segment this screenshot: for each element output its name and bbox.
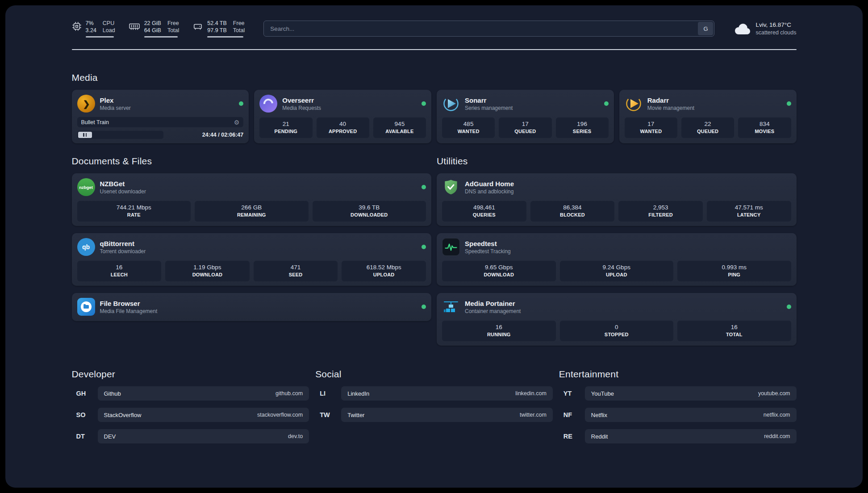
stat-box: 1.19 Gbps DOWNLOAD: [165, 261, 250, 281]
bookmark-row: RE Reddit reddit.com: [559, 429, 797, 443]
bookmark-twitter[interactable]: Twitter twitter.com: [341, 408, 553, 422]
stat-box: 40 APPROVED: [317, 117, 369, 138]
stat-box: 9.65 Gbps DOWNLOAD: [442, 261, 556, 281]
app-subtitle: Movie management: [647, 104, 694, 112]
app-card-speedtest[interactable]: Speedtest Speedtest Tracking 9.65 Gbps D…: [437, 233, 797, 286]
player-progress-bar[interactable]: [77, 131, 164, 139]
memory-usage-bar: [144, 36, 178, 38]
app-card-portainer[interactable]: Media Portainer Container management 16 …: [437, 293, 797, 346]
stat-box: 17 WANTED: [625, 117, 677, 138]
app-card-qbittorrent[interactable]: qb qBittorrent Torrent downloader 16 LEE…: [72, 233, 432, 286]
memory-total-value: 64 GiB: [144, 27, 161, 34]
bookmark-name: YouTube: [591, 390, 614, 397]
stat-box: 17 QUEUED: [499, 117, 551, 138]
now-playing-title: Bullet Train: [81, 119, 109, 125]
bookmark-youtube[interactable]: YouTube youtube.com: [585, 386, 797, 401]
stat-label: UPLOAD: [562, 272, 672, 278]
bookmark-row: YT YouTube youtube.com: [559, 386, 797, 401]
qbittorrent-icon: qb: [77, 238, 95, 256]
stat-box: 0.993 ms PING: [677, 261, 791, 281]
stat-value: 471: [255, 263, 336, 272]
topbar-divider: [72, 49, 797, 50]
stat-value: 945: [375, 120, 424, 128]
cpu-load-value: 3.24: [86, 27, 96, 34]
stat-value: 21: [261, 120, 310, 128]
bookmark-name: Github: [104, 390, 121, 397]
sonarr-icon: [442, 95, 460, 113]
status-dot: [787, 101, 791, 106]
stat-box: 16 RUNNING: [442, 321, 556, 341]
stat-label: WANTED: [444, 128, 493, 135]
status-dot: [787, 305, 791, 309]
stat-value: 498,461: [444, 204, 525, 212]
section-media: Media ❯ Plex Media server Bullet Train ⚙: [72, 72, 797, 143]
stat-value: 9.65 Gbps: [444, 263, 554, 272]
stat-value: 2,953: [620, 204, 701, 212]
app-card-filebrowser[interactable]: File Browser Media File Management: [72, 293, 432, 321]
adguard-icon: [442, 178, 460, 196]
app-card-adguard[interactable]: AdGuard Home DNS and adblocking 498,461 …: [437, 173, 797, 226]
stat-label: PENDING: [261, 128, 310, 135]
section-title-media: Media: [72, 72, 797, 83]
stat-box: 485 WANTED: [442, 117, 495, 138]
search-engine-button[interactable]: G: [698, 22, 713, 35]
section-utilities: Utilities: [437, 156, 797, 346]
memory-free-label: Free: [167, 20, 179, 27]
bookmark-group-entertainment: Entertainment YT YouTube youtube.com NF …: [559, 369, 797, 443]
bookmark-dev[interactable]: DEV dev.to: [98, 429, 309, 443]
pause-button[interactable]: [78, 132, 92, 138]
stat-label: RUNNING: [444, 331, 554, 338]
search-input[interactable]: [263, 21, 714, 37]
app-card-overseerr[interactable]: Overseerr Media Requests 21 PENDING 40 A…: [254, 90, 431, 143]
app-card-nzbget[interactable]: nzbget NZBGet Usenet downloader 744.21 M…: [72, 173, 432, 226]
bookmark-abbr: NF: [559, 411, 585, 418]
radarr-icon: [625, 95, 643, 113]
stat-box: 498,461 QUERIES: [442, 201, 526, 221]
bookmark-name: StackOverflow: [104, 412, 142, 418]
speedtest-icon: [442, 238, 460, 256]
bookmark-url: github.com: [275, 390, 303, 397]
stat-value: 9.24 Gbps: [562, 263, 672, 272]
dashboard-panel: 7% 3.24 CPU Load 22 GiB: [5, 5, 863, 488]
bookmark-github[interactable]: Github github.com: [98, 386, 309, 401]
stat-box: 16 TOTAL: [677, 321, 791, 341]
stat-box: 9.24 Gbps UPLOAD: [560, 261, 674, 281]
app-name: Radarr: [647, 96, 694, 104]
stat-value: 47.571 ms: [709, 204, 789, 212]
now-playing-bar: Bullet Train ⚙: [77, 117, 244, 127]
app-card-plex[interactable]: ❯ Plex Media server Bullet Train ⚙ 24:44…: [72, 90, 249, 143]
stat-value: 17: [626, 120, 676, 128]
gear-icon[interactable]: ⚙: [234, 119, 240, 126]
cpu-usage-bar: [86, 36, 114, 38]
bookmark-linkedin[interactable]: LinkedIn linkedin.com: [341, 386, 553, 401]
bookmark-name: Twitter: [347, 412, 364, 418]
stat-box: 16 LEECH: [77, 261, 162, 281]
bookmark-netflix[interactable]: Netflix netflix.com: [585, 408, 797, 422]
disk-usage-bar: [207, 36, 243, 38]
stat-value: 485: [444, 120, 493, 128]
app-name: Sonarr: [465, 96, 513, 104]
bookmark-reddit[interactable]: Reddit reddit.com: [585, 429, 797, 443]
stat-box: 744.21 Mbps RATE: [77, 201, 191, 221]
bookmark-abbr: GH: [72, 390, 98, 397]
section-documents: Documents & Files nzbget NZBGet Usenet d…: [72, 156, 432, 346]
disk-icon: [192, 21, 203, 31]
bookmark-row: TW Twitter twitter.com: [315, 408, 553, 422]
stat-box: 22 QUEUED: [681, 117, 734, 138]
stat-label: SEED: [255, 272, 336, 278]
stat-label: UPLOAD: [343, 272, 424, 278]
memory-free-value: 22 GiB: [144, 20, 161, 27]
app-card-radarr[interactable]: Radarr Movie management 17 WANTED 22 QUE…: [619, 90, 797, 143]
stat-label: REMAINING: [196, 212, 307, 218]
app-name: Plex: [100, 96, 131, 104]
section-title-utilities: Utilities: [437, 156, 797, 167]
status-dot: [604, 101, 609, 106]
app-card-sonarr[interactable]: Sonarr Series management 485 WANTED 17 Q…: [437, 90, 614, 143]
search-bar: G: [263, 21, 714, 37]
weather-location: Lviv, 16.87°C: [755, 21, 796, 29]
stat-box: 471 SEED: [254, 261, 338, 281]
stat-value: 266 GB: [196, 204, 307, 212]
bookmark-stackoverflow[interactable]: StackOverflow stackoverflow.com: [98, 408, 309, 422]
stat-box: 21 PENDING: [259, 117, 312, 138]
bookmark-abbr: SO: [72, 411, 98, 418]
